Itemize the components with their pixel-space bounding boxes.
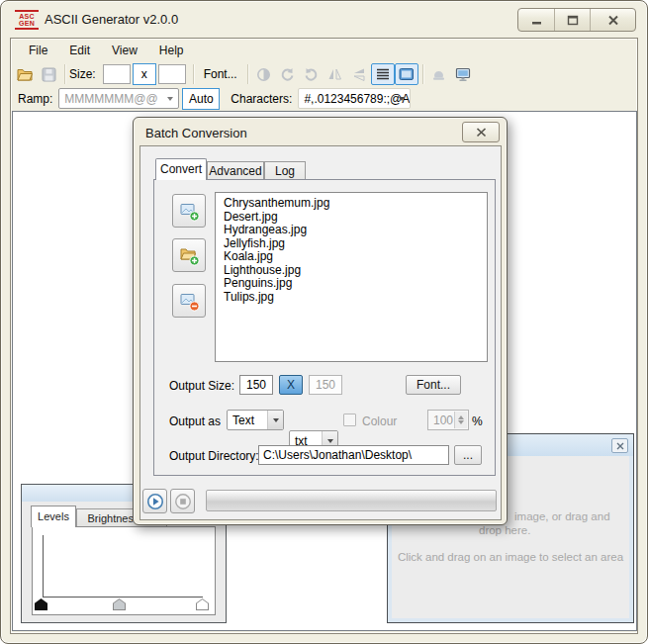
tab-convert[interactable]: Convert: [155, 158, 207, 180]
dialog-title: Batch Conversion: [145, 126, 247, 140]
maximize-icon: [567, 15, 579, 26]
ramp-combobox[interactable]: MMMMMMM@@: [58, 88, 179, 109]
format-combobox[interactable]: Text: [227, 410, 284, 430]
format-dropdown-arrow[interactable]: [267, 411, 283, 429]
save-button[interactable]: [37, 63, 60, 85]
histogram-y-axis: [43, 535, 44, 598]
close-button[interactable]: [590, 9, 635, 31]
output-size-label: Output Size:: [169, 379, 234, 393]
window-title: ASCII Generator v2.0.0: [45, 12, 178, 27]
characters-dropdown-arrow[interactable]: [394, 89, 410, 108]
menu-view[interactable]: View: [101, 41, 148, 60]
toolbar: Size: x Font...: [13, 61, 635, 87]
start-batch-button[interactable]: [142, 489, 167, 513]
stop-icon: [174, 493, 192, 510]
list-item[interactable]: Desert.jpg: [224, 211, 487, 225]
dialog-font-button[interactable]: Font...: [406, 375, 461, 395]
colour-label: Colour: [362, 414, 397, 428]
list-item[interactable]: Lighthouse.jpg: [224, 264, 487, 278]
auto-button[interactable]: Auto: [182, 88, 220, 110]
list-item[interactable]: Tulips.jpg: [224, 291, 487, 305]
close-icon: [607, 15, 619, 26]
output-width-input[interactable]: [239, 375, 273, 395]
folder-open-icon: [17, 67, 33, 81]
app-icon: ASC GEN: [15, 10, 39, 30]
tab-levels[interactable]: Levels: [31, 506, 76, 527]
dialog-client: Convert Advanced Log: [139, 145, 502, 520]
size-width-input[interactable]: [103, 64, 131, 84]
menu-help[interactable]: Help: [148, 41, 195, 60]
size-height-input[interactable]: [158, 64, 186, 84]
text-view-toggle[interactable]: [371, 63, 395, 85]
maximize-button[interactable]: [554, 9, 590, 31]
aspect-link-toggle[interactable]: X: [279, 375, 303, 395]
output-height-input[interactable]: [309, 375, 342, 395]
remove-image-icon: [179, 291, 200, 312]
list-item[interactable]: Chrysanthemum.jpg: [224, 197, 487, 211]
rotate-cw-button[interactable]: [300, 63, 324, 85]
list-item[interactable]: Koala.jpg: [224, 250, 487, 264]
toolbar-separator: [422, 64, 423, 84]
colour-checkbox[interactable]: [343, 414, 356, 426]
flip-vertical-button[interactable]: [347, 63, 371, 85]
ramp-dropdown-arrow[interactable]: [162, 89, 178, 108]
minimize-icon: [531, 15, 542, 26]
size-lock-toggle[interactable]: x: [133, 63, 156, 85]
toolbar-separator: [247, 64, 248, 84]
output-directory-input[interactable]: [258, 445, 449, 465]
toolbar-separator: [64, 64, 65, 84]
save-icon: [42, 67, 56, 82]
flip-horizontal-button[interactable]: [324, 63, 347, 85]
list-item[interactable]: Hydrangeas.jpg: [224, 224, 487, 237]
dialog-close-button[interactable]: [462, 122, 500, 142]
scale-spinner[interactable]: 100: [427, 410, 469, 430]
menu-file[interactable]: File: [18, 41, 58, 60]
menu-edit[interactable]: Edit: [58, 41, 101, 60]
add-image-button[interactable]: [172, 194, 206, 228]
text-lines-icon: [376, 67, 390, 81]
remove-image-button[interactable]: [172, 284, 206, 318]
scale-value: 100: [433, 414, 453, 427]
levels-black-slider[interactable]: [35, 598, 47, 610]
rotate-ccw-icon: [280, 67, 295, 82]
levels-white-slider[interactable]: [196, 598, 209, 610]
tab-advanced[interactable]: Advanced: [207, 161, 264, 180]
drop-hint-line2: drop here.: [479, 524, 530, 536]
spinner-arrows[interactable]: [454, 412, 467, 428]
levels-histogram: [32, 526, 216, 615]
list-item[interactable]: Penguins.jpg: [224, 277, 487, 291]
close-icon: [616, 442, 624, 450]
levels-mid-slider[interactable]: [113, 598, 126, 610]
panel-close-button[interactable]: [611, 438, 628, 453]
image-view-toggle[interactable]: [395, 63, 418, 85]
fullscreen-button[interactable]: [451, 63, 475, 85]
size-label: Size:: [69, 67, 96, 81]
select-area-hint: Click and drag on an image to select an …: [392, 551, 629, 563]
characters-combobox[interactable]: #,.0123456789:;@A: [298, 88, 411, 109]
font-button[interactable]: Font...: [198, 64, 243, 84]
stop-batch-button[interactable]: [170, 489, 195, 513]
invert-button[interactable]: [252, 63, 276, 85]
batch-progress-bar: [206, 490, 497, 511]
app-icon-text-top: ASC: [15, 13, 39, 20]
ramp-value: MMMMMMM@@: [64, 92, 157, 106]
minimize-button[interactable]: [518, 9, 554, 31]
close-icon: [476, 128, 487, 138]
drop-hint-line1: image, or drag and: [514, 510, 610, 522]
rotate-ccw-button[interactable]: [276, 63, 300, 85]
percent-label: %: [472, 414, 483, 428]
print-button[interactable]: [427, 63, 451, 85]
open-image-button[interactable]: [13, 63, 37, 85]
image-icon: [399, 67, 415, 81]
ramp-bar: Ramp: MMMMMMM@@ Auto Characters: #,.0123…: [18, 87, 635, 110]
play-icon: [146, 493, 164, 510]
output-as-label: Output as: [169, 414, 221, 428]
tab-log[interactable]: Log: [264, 161, 306, 180]
print-icon: [431, 67, 446, 81]
file-list[interactable]: Chrysanthemum.jpg Desert.jpg Hydrangeas.…: [215, 192, 488, 362]
list-item[interactable]: Jellyfish.jpg: [224, 237, 487, 251]
flip-vertical-icon: [352, 67, 366, 81]
browse-button[interactable]: ...: [454, 445, 482, 465]
add-folder-button[interactable]: [172, 238, 206, 272]
main-window: ASC GEN ASCII Generator v2.0.0 File Edit…: [0, 0, 648, 644]
